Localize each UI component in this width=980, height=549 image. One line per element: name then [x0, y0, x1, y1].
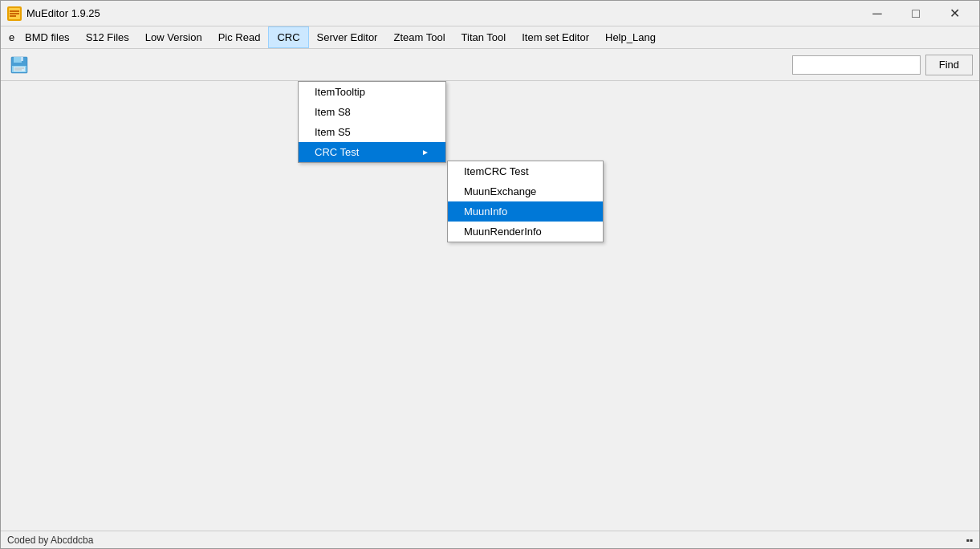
- menu-item-s12-files[interactable]: S12 Files: [78, 26, 137, 48]
- svg-rect-3: [10, 13, 19, 14]
- status-text: Coded by Abcddcba: [7, 535, 93, 546]
- menu-item-titan-tool[interactable]: Titan Tool: [453, 26, 514, 48]
- menu-item-crc[interactable]: CRC: [268, 26, 308, 48]
- svg-rect-7: [21, 57, 23, 61]
- svg-rect-4: [10, 15, 16, 17]
- submenu-item-item-crc-test[interactable]: ItemCRC Test: [448, 161, 603, 181]
- app-icon: [7, 6, 22, 21]
- status-bar: Coded by Abcddcba ▪▪: [1, 531, 979, 548]
- submenu-arrow-icon: ►: [421, 148, 429, 157]
- minimize-button[interactable]: ─: [859, 1, 896, 26]
- svg-rect-6: [14, 57, 22, 63]
- submenu-item-muun-render-info[interactable]: MuunRenderInfo: [448, 222, 603, 242]
- find-button[interactable]: Find: [925, 55, 973, 75]
- crc-dropdown: ItemTooltip Item S8 Item S5 CRC Test ►: [298, 81, 446, 163]
- toolbar: Find: [1, 49, 979, 81]
- window-title: MuEditor 1.9.25: [26, 7, 859, 19]
- dropdown-item-crc-test[interactable]: CRC Test ►: [299, 142, 445, 162]
- dropdown-item-item-s5[interactable]: Item S5: [299, 122, 445, 142]
- title-bar: MuEditor 1.9.25 ─ □ ✕: [1, 1, 979, 26]
- save-icon: [10, 55, 29, 75]
- status-bar-right: ▪▪: [966, 535, 973, 546]
- submenu-item-muun-exchange[interactable]: MuunExchange: [448, 181, 603, 201]
- menu-item-bmd-files[interactable]: BMD files: [17, 26, 78, 48]
- menu-item-low-version[interactable]: Low Version: [137, 26, 210, 48]
- menu-item-server-editor[interactable]: Server Editor: [309, 26, 386, 48]
- window-controls: ─ □ ✕: [859, 1, 973, 26]
- menu-item-item-set-editor[interactable]: Item set Editor: [514, 26, 597, 48]
- maximize-button[interactable]: □: [897, 1, 934, 26]
- search-box: Find: [792, 55, 973, 75]
- save-button[interactable]: [7, 53, 31, 77]
- dropdown-item-item-s8[interactable]: Item S8: [299, 102, 445, 122]
- menu-item-pic-read[interactable]: Pic Read: [210, 26, 269, 48]
- crc-test-submenu: ItemCRC Test MuunExchange MuunInfo MuunR…: [447, 161, 604, 242]
- search-input[interactable]: [792, 55, 921, 75]
- submenu-item-muun-info[interactable]: MuunInfo: [448, 201, 603, 222]
- close-button[interactable]: ✕: [936, 1, 973, 26]
- svg-rect-9: [14, 67, 25, 71]
- svg-rect-2: [10, 10, 19, 12]
- main-content: ItemTooltip Item S8 Item S5 CRC Test ► I…: [1, 81, 979, 531]
- main-window: MuEditor 1.9.25 ─ □ ✕ e BMD files S12 Fi…: [0, 0, 980, 549]
- menu-item-zteam-tool[interactable]: Zteam Tool: [385, 26, 453, 48]
- menu-item-truncated[interactable]: e: [1, 26, 17, 48]
- menu-item-help-lang[interactable]: Help_Lang: [597, 26, 664, 48]
- dropdown-item-item-tooltip[interactable]: ItemTooltip: [299, 82, 445, 102]
- menu-bar: e BMD files S12 Files Low Version Pic Re…: [1, 26, 979, 49]
